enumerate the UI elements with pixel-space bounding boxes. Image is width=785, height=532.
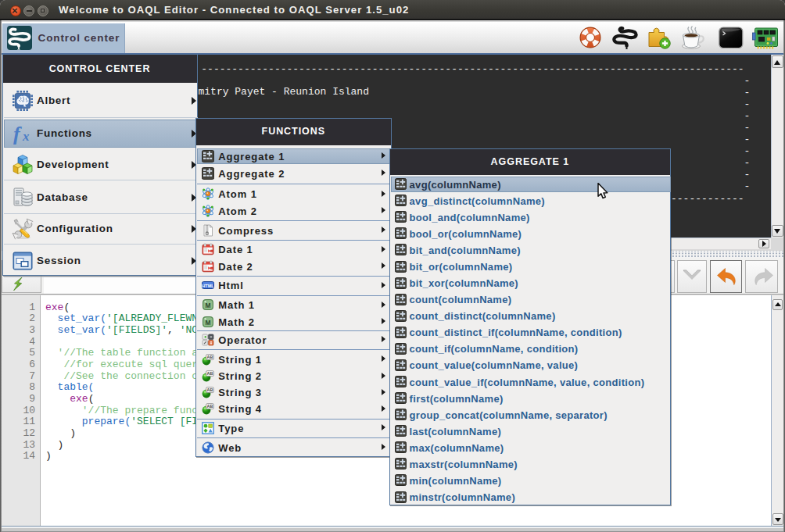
- svg-text:AB: AB: [207, 387, 213, 392]
- svg-text:M: M: [206, 302, 211, 309]
- svg-text:x: x: [22, 129, 30, 144]
- svg-text:f: f: [13, 123, 22, 145]
- svg-text:HTML: HTML: [203, 284, 215, 288]
- svg-text:M: M: [206, 318, 211, 326]
- svg-text:AB: AB: [207, 404, 213, 409]
- svg-text:AB: AB: [207, 355, 213, 359]
- svg-text:AB: AB: [207, 371, 213, 376]
